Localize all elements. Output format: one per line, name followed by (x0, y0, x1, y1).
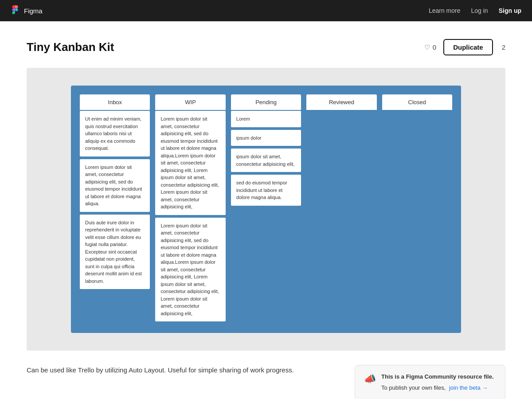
like-button[interactable]: ♡ 0 (424, 43, 436, 51)
kanban-card-0-2: Duis aute irure dolor in reprehenderit i… (80, 215, 150, 289)
log-in-link[interactable]: Log in (471, 7, 488, 14)
page-title: Tiny Kanban Kit (27, 40, 114, 54)
kanban-card-2-1: ipsum dolor (231, 130, 301, 146)
duplicate-count: 2 (502, 43, 505, 51)
kanban-card-0-0: Ut enim ad minim veniam, quis nostrud ex… (80, 111, 150, 156)
header-left: Figma (11, 5, 43, 16)
community-text-content: This is a Figma Community resource file.… (381, 372, 494, 393)
kanban-columns: InboxUt enim ad minim veniam, quis nostr… (80, 94, 452, 324)
column-header: Inbox (80, 94, 150, 110)
column-header: Pending (231, 94, 301, 110)
kanban-card-2-3: sed do eiusmod tempor incididunt ut labo… (231, 175, 301, 206)
kanban-card-2-0: Lorem (231, 111, 301, 127)
like-count: 0 (433, 43, 436, 51)
community-body: To publish your own files, (381, 384, 446, 391)
description-text: Can be used like Trello by utilizing Aut… (27, 365, 340, 376)
learn-more-link[interactable]: Learn more (429, 7, 461, 14)
kanban-card-1-0: Lorem ipsum dolor sit amet, consectetur … (155, 111, 225, 215)
page-content: Tiny Kanban Kit ♡ 0 Duplicate 2 InboxUt … (0, 21, 532, 399)
kanban-card-0-1: Lorem ipsum dolor sit amet, consectetur … (80, 159, 150, 212)
description-row: Can be used like Trello by utilizing Aut… (27, 365, 505, 399)
heart-icon: ♡ (424, 43, 430, 51)
preview-area: InboxUt enim ad minim veniam, quis nostr… (27, 68, 505, 351)
kanban-column-0: InboxUt enim ad minim veniam, quis nostr… (80, 94, 150, 324)
app-name: Figma (24, 7, 43, 15)
kanban-column-2: PendingLoremipsum doloripsum dolor sit a… (231, 94, 301, 324)
title-actions: ♡ 0 Duplicate 2 (424, 39, 505, 55)
header-right: Learn more Log in Sign up (429, 7, 521, 14)
kanban-card-2-2: ipsum dolor sit amet, consectetur adipis… (231, 149, 301, 172)
join-beta-link[interactable]: join the beta → (449, 384, 488, 391)
community-title: This is a Figma Community resource file. (381, 372, 494, 382)
sign-up-button[interactable]: Sign up (499, 7, 521, 14)
duplicate-button[interactable]: Duplicate (443, 39, 493, 55)
column-header: Reviewed (306, 94, 376, 110)
community-box: 📣 This is a Figma Community resource fil… (355, 365, 505, 399)
column-header: Closed (382, 94, 452, 110)
kanban-column-3: Reviewed (306, 94, 376, 324)
kanban-column-1: WIPLorem ipsum dolor sit amet, consectet… (155, 94, 225, 324)
main-header: Figma Learn more Log in Sign up (0, 0, 532, 21)
kanban-card-1-1: Lorem ipsum dolor sit amet, consectetur … (155, 218, 225, 322)
figma-logo-icon (11, 5, 20, 16)
title-row: Tiny Kanban Kit ♡ 0 Duplicate 2 (27, 39, 505, 55)
column-header: WIP (155, 94, 225, 110)
kanban-column-4: Closed (382, 94, 452, 324)
kanban-board: InboxUt enim ad minim veniam, quis nostr… (71, 86, 461, 333)
megaphone-icon: 📣 (364, 373, 376, 385)
